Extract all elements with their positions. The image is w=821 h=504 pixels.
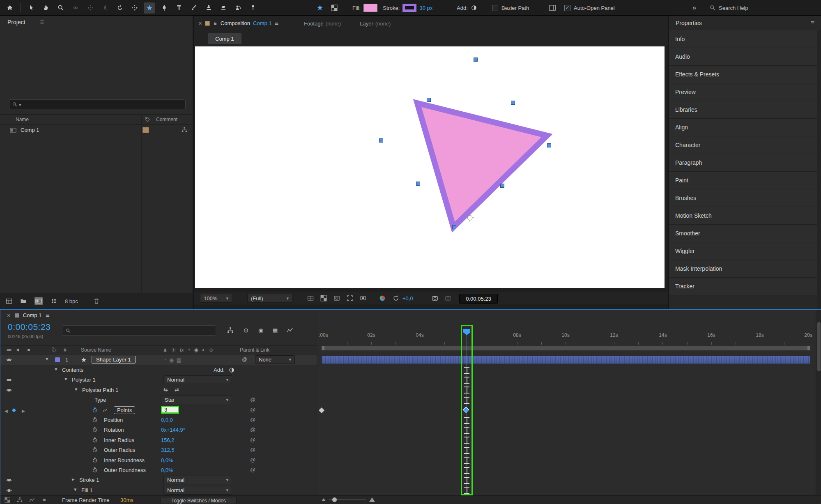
pixel-aspect-icon[interactable]	[360, 295, 366, 301]
property-label[interactable]: Position	[104, 417, 123, 423]
roto-brush-tool[interactable]	[232, 2, 244, 14]
property-value[interactable]: 0,0%	[161, 457, 173, 463]
fill-swatch[interactable]	[363, 4, 377, 12]
panel-item-brushes[interactable]: Brushes	[669, 189, 821, 207]
group-label[interactable]: Contents	[62, 367, 83, 373]
value-graph-icon[interactable]	[103, 408, 108, 413]
tab-layer[interactable]: Layer (none)	[360, 21, 391, 27]
previous-keyframe-icon[interactable]	[5, 407, 8, 414]
delete-icon[interactable]	[93, 298, 100, 304]
type-tool[interactable]	[173, 2, 184, 14]
label-color-swatch[interactable]	[142, 127, 149, 133]
row-rotation[interactable]: Rotation 0x+144,9°	[0, 425, 317, 435]
layer-duration-bar[interactable]	[322, 356, 810, 364]
draft-3d-icon[interactable]	[243, 327, 249, 334]
property-value[interactable]: 312,5	[161, 447, 175, 453]
polystar-shape[interactable]	[417, 103, 547, 227]
row-inner-roundness[interactable]: Inner Roundness 0,0%	[0, 456, 317, 465]
stopwatch-icon[interactable]	[92, 457, 98, 463]
parent-link-column-header[interactable]: Parent & Link	[240, 347, 269, 353]
panel-item-effects-presets[interactable]: Effects & Presets	[669, 66, 821, 83]
twirl-icon[interactable]	[75, 386, 78, 392]
group-label[interactable]: Stroke 1	[79, 477, 99, 483]
channel-color-wheel-icon[interactable]	[379, 295, 386, 301]
snapshot-icon[interactable]	[432, 295, 438, 301]
stopwatch-icon[interactable]	[92, 467, 98, 473]
color-depth-icon[interactable]	[51, 298, 57, 304]
auto-open-checkbox[interactable]	[564, 5, 570, 11]
layer-switches-pane-icon[interactable]	[5, 497, 10, 503]
twirl-icon[interactable]	[74, 486, 77, 492]
tool-creates-mask-icon[interactable]	[329, 2, 340, 14]
zoom-in-icon[interactable]	[369, 497, 375, 502]
properties-menu-icon[interactable]	[811, 19, 814, 27]
selection-tool[interactable]	[25, 2, 37, 14]
magnification-select[interactable]: 100%	[200, 294, 232, 303]
close-icon[interactable]	[198, 20, 202, 27]
property-label[interactable]: Outer Roundness	[104, 467, 146, 473]
properties-scrollbar[interactable]	[817, 30, 821, 309]
timeline-tab[interactable]: Comp 1	[0, 310, 317, 321]
property-label[interactable]: Inner Radius	[104, 437, 134, 443]
viewer-tab-comp1[interactable]: Comp 1	[208, 33, 241, 44]
hand-tool[interactable]	[40, 2, 51, 14]
row-position[interactable]: Position 0,0,0	[0, 415, 317, 425]
panel-item-preview[interactable]: Preview	[669, 83, 821, 101]
eye-icon[interactable]	[6, 387, 12, 393]
pickwhip-icon[interactable]	[250, 446, 255, 453]
panel-item-mask-interpolation[interactable]: Mask Interpolation	[669, 260, 821, 278]
eye-icon[interactable]	[6, 488, 12, 493]
exposure-value[interactable]: +0,0	[402, 295, 413, 301]
reset-exposure-icon[interactable]	[393, 295, 399, 301]
property-value[interactable]: 156,2	[161, 437, 175, 443]
property-label[interactable]: Outer Radius	[104, 447, 136, 453]
brush-tool[interactable]	[188, 2, 199, 14]
panel-item-align[interactable]: Align	[669, 119, 821, 136]
render-time-pane-icon[interactable]	[41, 497, 47, 503]
star-shape-tool[interactable]	[144, 2, 155, 14]
group-label[interactable]: Polystar 1	[72, 377, 96, 383]
pickwhip-icon[interactable]	[250, 417, 255, 423]
preview-timecode[interactable]: 0:00:05:23	[459, 294, 498, 304]
show-snapshot-icon[interactable]	[445, 295, 451, 301]
tool-creates-shape-icon[interactable]	[314, 2, 325, 14]
dolly-camera-tool[interactable]	[99, 2, 110, 14]
transparency-grid-icon[interactable]	[320, 295, 327, 301]
property-label[interactable]: Rotation	[104, 427, 124, 433]
list-view-icon[interactable]	[6, 298, 12, 304]
panel-item-smoother[interactable]: Smoother	[669, 225, 821, 242]
time-ruler[interactable]: :00s 02s 04s 06s 08s 10s 12s 14s 16s 18s…	[317, 329, 812, 345]
source-name-column-header[interactable]: Source Name	[81, 347, 111, 353]
pickwhip-icon[interactable]	[250, 407, 255, 413]
frame-blend-icon[interactable]: ▦	[272, 327, 278, 334]
help-search-input[interactable]: Search Help	[719, 5, 748, 11]
stroke-width-value[interactable]: 30 px	[419, 5, 432, 11]
bit-depth-label[interactable]: 8 bpc	[65, 298, 78, 304]
close-icon[interactable]	[7, 312, 11, 319]
timeline-search-field[interactable]	[62, 325, 216, 336]
mini-flowchart-icon[interactable]	[227, 327, 234, 334]
pickwhip-icon[interactable]	[250, 426, 255, 433]
zoom-out-icon[interactable]	[322, 498, 326, 501]
current-time-display[interactable]: 0:00:05:23	[8, 322, 51, 332]
layer-twirl-icon[interactable]	[46, 356, 48, 362]
eye-icon[interactable]	[6, 357, 12, 363]
pen-tool[interactable]	[159, 2, 170, 14]
motion-blur-icon[interactable]: ◉	[194, 347, 198, 353]
zoom-slider-track[interactable]	[329, 499, 366, 500]
index-column-header[interactable]: #	[64, 347, 67, 353]
panel-item-motion-sketch[interactable]: Motion Sketch	[669, 207, 821, 225]
panel-item-wiggler[interactable]: Wiggler	[669, 242, 821, 260]
project-menu-icon[interactable]	[40, 18, 44, 26]
panel-item-tracker[interactable]: Tracker	[669, 278, 821, 295]
mask-visibility-icon[interactable]	[333, 295, 340, 301]
flowchart-icon[interactable]	[182, 127, 187, 133]
overflow-chevrons-icon[interactable]: »	[692, 4, 696, 12]
home-icon[interactable]	[4, 2, 15, 14]
row-outer-roundness[interactable]: Outer Roundness 0,0%	[0, 465, 317, 475]
name-column-header[interactable]: Name	[16, 117, 29, 122]
stopwatch-icon[interactable]	[92, 417, 98, 423]
bezier-path-checkbox[interactable]	[492, 5, 498, 11]
layer-name[interactable]: Shape Layer 1	[92, 356, 136, 364]
region-of-interest-icon[interactable]	[347, 295, 353, 301]
